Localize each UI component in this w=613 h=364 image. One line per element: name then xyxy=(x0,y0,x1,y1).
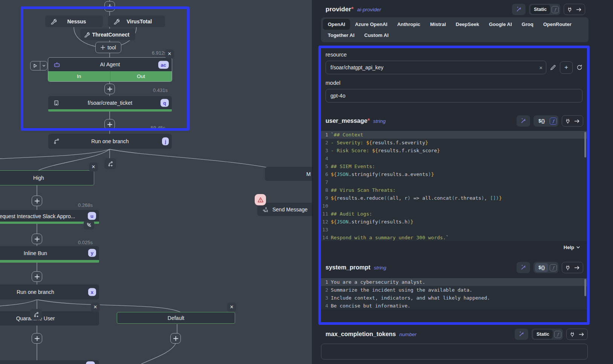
provider-tab-groq[interactable]: Groq xyxy=(517,19,538,30)
close-icon[interactable]: × xyxy=(227,303,236,312)
scrollbar-thumb[interactable] xyxy=(584,279,586,296)
close-icon[interactable]: × xyxy=(91,303,100,312)
flow-canvas[interactable]: Nessus VirusTotal ThreatConnect tool 6.9… xyxy=(0,0,312,364)
code-line[interactable]: 2- Severity: ${results.f.severity} xyxy=(321,139,587,147)
code-line[interactable]: 12${JSON.stringify(results.h)} xyxy=(321,218,587,226)
refresh-icon[interactable] xyxy=(576,64,582,70)
building-icon xyxy=(54,100,59,106)
insert-step-button[interactable] xyxy=(104,119,115,130)
node-partial-bottom[interactable] xyxy=(0,360,99,364)
function-mode-icon[interactable]: ƒ xyxy=(550,264,557,271)
template-mode-button[interactable]: ${} xyxy=(535,116,548,125)
magic-wand-icon xyxy=(520,265,526,271)
step-id-badge xyxy=(86,361,95,364)
code-line[interactable]: 4 xyxy=(321,154,587,162)
provider-tab-custom-ai[interactable]: Custom AI xyxy=(359,30,394,41)
user-message-code-editor[interactable]: 1`## Context2- Severity: ${results.f.sev… xyxy=(321,130,587,242)
provider-tab-deepseek[interactable]: DeepSeek xyxy=(451,19,484,30)
code-line[interactable]: 7 xyxy=(321,178,587,186)
static-mode-button[interactable]: Static xyxy=(533,330,553,339)
code-line[interactable]: 3- Risk Score: ${results.f.risk_score} xyxy=(321,147,587,154)
node-run-one-branch-2[interactable]: Run one branch x xyxy=(0,284,99,300)
resource-input[interactable] xyxy=(326,61,546,74)
node-nessus[interactable]: Nessus xyxy=(45,15,103,27)
phone-incoming-icon[interactable] xyxy=(84,220,94,229)
play-icon[interactable] xyxy=(31,61,40,70)
connect-input-button[interactable] xyxy=(564,4,585,15)
static-mode-button[interactable]: Static xyxy=(530,5,550,14)
function-mode-icon[interactable]: ƒ xyxy=(550,118,557,125)
connect-input-button[interactable] xyxy=(562,115,583,127)
branch-high[interactable]: High xyxy=(0,170,94,185)
insert-step-button[interactable] xyxy=(32,234,42,244)
insert-step-button[interactable] xyxy=(32,333,42,344)
plug-icon xyxy=(570,332,575,337)
code-line[interactable]: 10 xyxy=(321,202,587,210)
node-virustotal[interactable]: VirusTotal xyxy=(108,15,165,27)
template-mode-button[interactable]: ${} xyxy=(535,263,548,272)
provider-tab-anthropic[interactable]: Anthropic xyxy=(392,19,425,30)
ai-fill-button[interactable] xyxy=(517,262,530,273)
insert-step-button[interactable] xyxy=(104,84,115,94)
code-line[interactable]: 14Respond with a summary under 300 words… xyxy=(321,234,587,242)
add-branch-button[interactable] xyxy=(104,158,116,169)
ai-fill-button[interactable] xyxy=(517,115,530,127)
run-step-button[interactable] xyxy=(30,61,47,70)
warning-icon xyxy=(255,194,266,205)
node-inline-bun[interactable]: Inline Bun y xyxy=(0,246,99,263)
connect-input-button[interactable] xyxy=(566,329,588,340)
provider-tab-openai[interactable]: OpenAI xyxy=(323,19,350,30)
code-line[interactable]: 2Summarize the incident using the availa… xyxy=(321,286,587,294)
function-mode-icon[interactable]: ƒ xyxy=(552,6,559,13)
branch-default[interactable]: Default xyxy=(117,312,235,324)
help-dropdown[interactable]: Help xyxy=(321,242,587,251)
success-bar xyxy=(48,109,172,112)
provider-tab-together-ai[interactable]: Together AI xyxy=(323,30,359,41)
scrollbar-thumb[interactable] xyxy=(584,132,586,158)
ai-fill-button[interactable] xyxy=(512,4,526,15)
add-resource-button[interactable]: + xyxy=(560,61,573,74)
agent-out-label[interactable]: Out xyxy=(110,71,172,81)
chevron-down-icon[interactable] xyxy=(40,61,47,70)
node-send-message[interactable]: Send Message xyxy=(257,203,312,216)
code-line[interactable]: 8## Virus Scan Threats: xyxy=(321,186,587,194)
close-icon[interactable]: × xyxy=(165,49,174,58)
code-line[interactable]: 3Include context, indicators, and what l… xyxy=(321,294,587,302)
node-create-ticket[interactable]: f/soar/create_ticket q xyxy=(48,96,172,112)
code-line[interactable]: 5## SIEM Events: xyxy=(321,162,587,170)
provider-tab-google-ai[interactable]: Google AI xyxy=(484,19,517,30)
branch-quarantine-user[interactable]: Quarantine User xyxy=(0,311,99,326)
edit-pencil-icon[interactable] xyxy=(550,64,556,70)
max-completion-tokens-input[interactable] xyxy=(321,344,588,359)
provider-tab-mistral[interactable]: Mistral xyxy=(425,19,451,30)
node-ai-agent[interactable]: AI Agent ac In Out xyxy=(48,57,172,82)
clear-icon[interactable]: × xyxy=(539,64,543,71)
insert-step-button[interactable] xyxy=(32,271,42,282)
add-branch-button[interactable] xyxy=(30,309,42,320)
function-mode-icon[interactable]: ƒ xyxy=(554,331,561,338)
close-icon[interactable]: × xyxy=(89,162,98,171)
code-line[interactable]: 1`## Context xyxy=(321,131,587,139)
system-prompt-code-editor[interactable]: 1You are a cybersecurity analyst.2Summar… xyxy=(321,278,587,310)
code-line[interactable]: 6${JSON.stringify(results.a.events)} xyxy=(321,170,587,178)
ai-fill-button[interactable] xyxy=(515,329,528,340)
provider-header: provider* ai-provider Static ƒ xyxy=(326,3,585,15)
connect-input-button[interactable] xyxy=(562,262,583,273)
provider-tab-openrouter[interactable]: OpenRouter xyxy=(538,19,576,30)
add-tool-button[interactable]: tool xyxy=(95,42,121,53)
model-input[interactable] xyxy=(326,89,582,102)
provider-tab-azure-openai[interactable]: Azure OpenAI xyxy=(350,19,392,30)
code-line[interactable]: 1You are a cybersecurity analyst. xyxy=(321,278,587,286)
insert-step-button[interactable] xyxy=(170,333,181,344)
code-line[interactable]: 13 xyxy=(321,226,587,234)
insert-step-button[interactable] xyxy=(104,1,115,12)
node-run-one-branch-1[interactable]: Run one branch j xyxy=(48,134,172,149)
code-line[interactable]: 9${results.e.reduce((all, r) => all.conc… xyxy=(321,194,587,202)
code-line[interactable]: 11## Audit Logs: xyxy=(321,210,587,218)
code-line[interactable]: 4Be concise but informative. xyxy=(321,302,587,310)
branch-medium-partial[interactable]: M xyxy=(265,167,312,181)
node-threatconnect[interactable]: ThreatConnect xyxy=(80,29,135,40)
insert-step-button[interactable] xyxy=(32,196,42,206)
agent-in-label[interactable]: In xyxy=(48,71,110,81)
wrench-icon xyxy=(113,18,119,24)
